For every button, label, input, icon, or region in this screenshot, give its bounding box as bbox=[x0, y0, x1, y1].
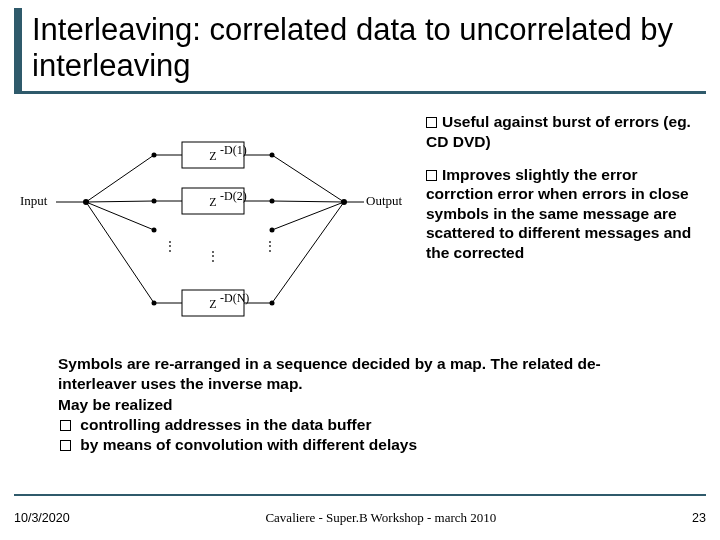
svg-text:-D(2): -D(2) bbox=[220, 189, 247, 203]
delay-box-2: Z -D(2) bbox=[182, 188, 247, 214]
svg-line-26 bbox=[272, 155, 344, 202]
footer-center: Cavaliere - Super.B Workshop - march 201… bbox=[265, 510, 496, 526]
bullet-1: Useful against burst of errors (eg. CD D… bbox=[426, 112, 706, 151]
bullet-square-icon bbox=[426, 117, 437, 128]
svg-text:-D(1): -D(1) bbox=[220, 143, 247, 157]
svg-line-16 bbox=[86, 201, 154, 202]
side-text: Useful against burst of errors (eg. CD D… bbox=[426, 112, 706, 330]
lower-paragraph: Symbols are re-arranged in a sequence de… bbox=[14, 354, 706, 455]
ellipsis-left: ⋮ bbox=[164, 239, 176, 253]
footer-date: 10/3/2020 bbox=[14, 511, 70, 525]
output-label: Output bbox=[366, 193, 403, 208]
svg-text:Z: Z bbox=[209, 149, 216, 163]
bullet-1-text: Useful against burst of errors (eg. CD D… bbox=[426, 113, 691, 149]
bullet-2: Improves slightly the error corrction er… bbox=[426, 165, 706, 262]
lower-li2: by means of convolution with different d… bbox=[60, 435, 676, 455]
slide-title: Interleaving: correlated data to uncorre… bbox=[32, 12, 706, 83]
title-block: Interleaving: correlated data to uncorre… bbox=[14, 8, 706, 94]
lower-li1: controlling addresses in the data buffer bbox=[60, 415, 676, 435]
svg-line-31 bbox=[272, 202, 344, 230]
bullet-square-icon bbox=[426, 170, 437, 181]
bullet-square-icon bbox=[60, 420, 71, 431]
footer-rule bbox=[14, 494, 706, 496]
svg-line-29 bbox=[272, 201, 344, 202]
bullet-square-icon bbox=[60, 440, 71, 451]
svg-text:Z: Z bbox=[209, 195, 216, 209]
interleaver-diagram: .lbl { font: 13px "Times New Roman", ser… bbox=[14, 112, 414, 330]
svg-line-19 bbox=[86, 202, 154, 230]
ellipsis-mid: ⋮ bbox=[207, 249, 219, 263]
svg-text:Z: Z bbox=[209, 297, 216, 311]
content-row: .lbl { font: 13px "Times New Roman", ser… bbox=[14, 112, 706, 330]
ellipsis-right: ⋮ bbox=[264, 239, 276, 253]
bullet-2-text: Improves slightly the error corrction er… bbox=[426, 166, 691, 261]
lower-p1: Symbols are re-arranged in a sequence de… bbox=[58, 354, 676, 394]
delay-box-n: Z -D(N) bbox=[182, 290, 249, 316]
footer: 10/3/2020 Cavaliere - Super.B Workshop -… bbox=[14, 510, 706, 526]
delay-box-1: Z -D(1) bbox=[182, 142, 247, 168]
input-label: Input bbox=[20, 193, 48, 208]
lower-p2: May be realized bbox=[58, 395, 676, 415]
svg-line-21 bbox=[86, 202, 154, 303]
footer-page: 23 bbox=[692, 511, 706, 525]
svg-line-13 bbox=[86, 155, 154, 202]
svg-line-34 bbox=[272, 202, 344, 303]
svg-point-20 bbox=[152, 228, 157, 233]
